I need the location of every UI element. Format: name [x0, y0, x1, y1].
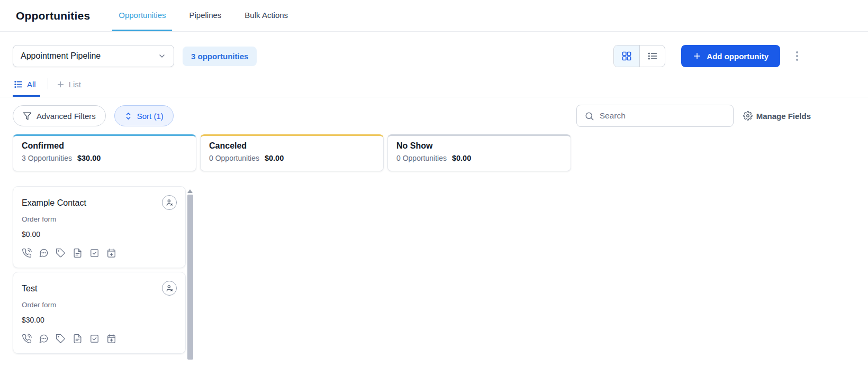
search-input[interactable]	[600, 111, 726, 121]
filter-funnel-icon	[23, 112, 32, 121]
stage-name: No Show	[396, 141, 562, 151]
tag-icon[interactable]	[56, 248, 66, 258]
phone-icon[interactable]	[22, 334, 32, 344]
add-list-label: List	[69, 80, 81, 89]
tag-icon[interactable]	[56, 334, 66, 344]
more-options-button[interactable]	[793, 48, 801, 64]
stage-value: $30.00	[77, 154, 101, 162]
add-opportunity-label: Add opportunity	[707, 52, 768, 61]
toolbar: Appointment Pipeline 3 opportunities	[0, 45, 868, 67]
top-tabs: Opportunities Pipelines Bulk Actions	[107, 0, 300, 31]
stage-value: $0.00	[452, 154, 471, 162]
plus-icon	[57, 80, 65, 88]
gear-icon	[743, 111, 753, 121]
sort-arrows-icon	[124, 112, 132, 120]
opportunity-title: Example Contact	[22, 195, 86, 208]
stage-value: $0.00	[265, 154, 284, 162]
opportunity-count-badge: 3 opportunities	[183, 47, 257, 66]
scrollbar-thumb[interactable]	[187, 195, 193, 360]
advanced-filters-label: Advanced Filters	[37, 112, 96, 121]
grid-view-button[interactable]	[614, 45, 639, 67]
manage-fields-button[interactable]: Manage Fields	[743, 111, 811, 121]
document-icon[interactable]	[73, 248, 83, 258]
opportunity-card-test[interactable]: Test Order form $30.00	[13, 272, 186, 354]
stage-header-no-show[interactable]: No Show 0 Opportunities $0.00	[387, 134, 571, 171]
document-icon[interactable]	[73, 334, 83, 344]
task-check-icon[interactable]	[89, 334, 100, 344]
filter-row: Advanced Filters Sort (1) Manage Fields	[0, 97, 868, 134]
sort-button[interactable]: Sort (1)	[114, 105, 174, 126]
opportunity-value: $0.00	[22, 230, 177, 238]
unassigned-avatar-icon[interactable]	[162, 281, 177, 296]
tab-opportunities-label: Opportunities	[119, 11, 166, 20]
unassigned-avatar-icon[interactable]	[162, 195, 177, 210]
stage-count: 3 Opportunities	[22, 154, 72, 162]
divider	[48, 78, 48, 89]
pipeline-selector[interactable]: Appointment Pipeline	[13, 45, 174, 67]
view-toggle	[613, 45, 665, 67]
column-scrollbar[interactable]	[187, 189, 193, 360]
tab-all[interactable]: All	[13, 76, 40, 97]
message-icon[interactable]	[39, 334, 49, 344]
pipeline-selector-value: Appointment Pipeline	[21, 51, 101, 61]
list-view-button[interactable]	[639, 45, 665, 67]
calendar-add-icon[interactable]	[106, 334, 116, 344]
sort-label: Sort (1)	[137, 112, 164, 121]
bullet-list-icon	[14, 80, 23, 89]
stage-name: Confirmed	[22, 141, 187, 151]
tab-opportunities[interactable]: Opportunities	[112, 0, 172, 31]
plus-icon	[693, 52, 701, 60]
stage-count: 0 Opportunities	[209, 154, 259, 162]
task-check-icon[interactable]	[89, 248, 100, 258]
opportunity-value: $30.00	[22, 316, 177, 324]
scrollbar-up-arrow-icon[interactable]	[187, 189, 193, 193]
manage-fields-label: Manage Fields	[756, 112, 811, 121]
tab-all-label: All	[27, 80, 36, 89]
add-list-button[interactable]: List	[56, 76, 85, 97]
stage-name: Canceled	[209, 141, 375, 151]
kanban-board: Confirmed 3 Opportunities $30.00 Cancele…	[0, 134, 868, 360]
search-icon	[584, 111, 594, 121]
list-icon	[647, 51, 658, 61]
stage-count: 0 Opportunities	[396, 154, 447, 162]
message-icon[interactable]	[39, 248, 49, 258]
page-title: Opportunities	[16, 10, 90, 22]
confirmed-column-body: Example Contact Order form $0.00 Test	[13, 186, 196, 360]
search-box	[576, 105, 734, 127]
calendar-add-icon[interactable]	[106, 248, 116, 258]
tab-bulk-actions-label: Bulk Actions	[245, 11, 288, 20]
opportunity-source: Order form	[22, 215, 177, 223]
phone-icon[interactable]	[22, 248, 32, 258]
opportunity-title: Test	[22, 281, 37, 293]
tab-pipelines[interactable]: Pipelines	[183, 0, 228, 31]
add-opportunity-button[interactable]: Add opportunity	[681, 45, 780, 67]
tab-pipelines-label: Pipelines	[189, 11, 221, 20]
tab-bulk-actions[interactable]: Bulk Actions	[238, 0, 294, 31]
opportunity-card-example-contact[interactable]: Example Contact Order form $0.00	[13, 186, 186, 268]
app-header: Opportunities Opportunities Pipelines Bu…	[0, 0, 868, 32]
chevron-down-icon	[158, 52, 166, 60]
opportunity-source: Order form	[22, 301, 177, 309]
list-tabs: All List	[0, 76, 868, 97]
advanced-filters-button[interactable]: Advanced Filters	[13, 105, 106, 126]
grid-icon	[621, 51, 632, 61]
stage-header-confirmed[interactable]: Confirmed 3 Opportunities $30.00	[13, 134, 196, 171]
stage-header-canceled[interactable]: Canceled 0 Opportunities $0.00	[200, 134, 384, 171]
